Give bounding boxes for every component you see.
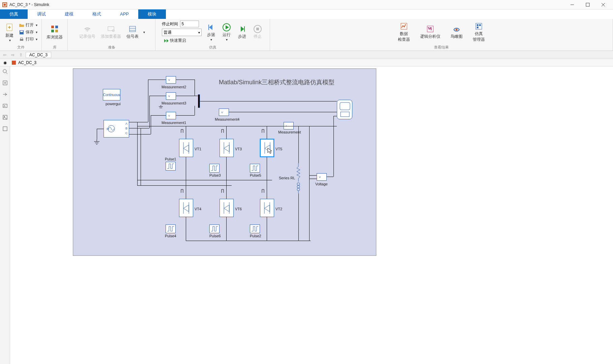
tab-debug[interactable]: 调试 (28, 9, 55, 19)
block-powergui[interactable]: Continuous (103, 89, 120, 100)
label-measurement2: Measurement2 (162, 85, 186, 89)
label-voltage: Voltage (315, 182, 328, 186)
maximize-button[interactable] (580, 0, 595, 9)
logic-analyzer-icon (426, 25, 434, 33)
label-vt2: VT2 (275, 207, 282, 211)
nav-back-button[interactable]: ⇦ (1, 52, 8, 58)
block-measurement3[interactable]: V (166, 92, 176, 100)
label-pulse1: Pulse1 (165, 157, 176, 161)
block-vt4[interactable] (179, 199, 193, 217)
svg-text:A: A (4, 104, 6, 108)
signal-table-button[interactable]: 信号表 (124, 24, 141, 40)
svg-rect-11 (20, 31, 23, 32)
play-icon (223, 23, 231, 31)
block-vt1[interactable] (179, 139, 193, 157)
image-tool-button[interactable] (1, 114, 9, 121)
step-back-button[interactable]: 步退▾ (205, 23, 217, 42)
run-button[interactable]: 运行▾ (221, 23, 233, 42)
label-vt6: VT6 (235, 207, 242, 211)
app-icon (2, 2, 7, 7)
svg-line-37 (6, 72, 7, 74)
svg-rect-15 (51, 30, 54, 32)
svg-rect-20 (129, 26, 136, 32)
block-three-phase-source[interactable]: NABC (104, 120, 129, 138)
block-measurement[interactable]: I (284, 122, 294, 129)
step-forward-button[interactable]: 步进 (236, 24, 248, 40)
save-button[interactable]: 保存▾ (18, 29, 39, 35)
label-pulse3: Pulse3 (209, 173, 221, 177)
wifi-icon (83, 25, 91, 33)
fit-view-button[interactable] (1, 79, 9, 87)
nav-forward-button[interactable]: ⇨ (9, 52, 16, 58)
svg-rect-16 (55, 26, 58, 28)
bird-view-button[interactable]: 鸟瞰图 (448, 24, 465, 40)
label-measurement4: Measurement4 (215, 117, 239, 121)
tab-simulation[interactable]: 仿真 (0, 9, 28, 19)
zoom-tool-button[interactable] (1, 68, 9, 75)
sim-mode-select[interactable]: 普通▾ (162, 29, 202, 36)
gate-stub-icon (220, 128, 226, 133)
block-vt2[interactable] (260, 199, 274, 217)
block-pulse5[interactable] (250, 164, 260, 173)
block-series-rl[interactable] (295, 163, 302, 193)
gate-stub-icon (180, 188, 186, 193)
area-tool-button[interactable] (1, 125, 9, 132)
open-button[interactable]: 打开▾ (18, 22, 39, 28)
tab-format[interactable]: 格式 (83, 9, 111, 19)
block-measurement2[interactable]: V (166, 76, 176, 84)
label-vt1: VT1 (195, 147, 201, 151)
gate-stub-icon (180, 128, 186, 133)
diagram-area[interactable]: Matlab/Simulink三相桥式整流电路仿真模型 Continuous p… (73, 68, 376, 256)
block-pulse2[interactable] (250, 224, 260, 233)
stop-icon (254, 25, 262, 33)
tab-modeling[interactable]: 建模 (55, 9, 83, 19)
prep-expand-button[interactable]: ▾ (142, 30, 146, 34)
block-measurement4[interactable]: V (219, 109, 229, 116)
nav-up-button[interactable]: ⇧ (18, 52, 24, 58)
close-button[interactable] (595, 0, 611, 9)
block-pulse6[interactable] (209, 224, 220, 233)
hide-explorer-button[interactable]: ◉ (2, 60, 8, 66)
new-button[interactable]: 新建▾ (3, 22, 16, 43)
tab-block[interactable]: 模块 (138, 9, 166, 19)
block-ground-2[interactable] (158, 105, 164, 110)
model-icon (11, 60, 16, 65)
breadcrumb-tab[interactable]: AC_DC_3 (26, 52, 51, 58)
block-pulse1[interactable] (166, 162, 176, 171)
ribbon-group-prepare: 记录信号 添加查看器 信号表 ▾ 准备 (68, 19, 155, 51)
block-pulse4[interactable] (166, 224, 176, 233)
label-vt3: VT3 (235, 147, 242, 151)
logic-analyzer-button[interactable]: 逻辑分析仪 (418, 24, 442, 40)
model-name[interactable]: AC_DC_3 (18, 60, 36, 65)
label-measurement1: Measurement1 (162, 121, 186, 125)
svg-rect-43 (3, 127, 7, 131)
tab-app[interactable]: APP (111, 9, 138, 19)
data-inspector-button[interactable]: 数据 检查器 (396, 22, 412, 43)
label-pulse2: Pulse2 (250, 234, 261, 238)
block-voltage[interactable]: V (317, 173, 327, 181)
svg-rect-14 (51, 26, 54, 28)
block-measurement1[interactable]: V (166, 112, 176, 119)
block-pulse3[interactable] (209, 164, 220, 173)
label-pulse5: Pulse5 (250, 173, 261, 177)
library-browser-button[interactable]: 库浏览器 (45, 24, 65, 41)
svg-rect-23 (208, 25, 209, 30)
sim-manager-button[interactable]: 仿真 管理器 (471, 22, 487, 43)
print-button[interactable]: 打印▾ (18, 36, 39, 42)
svg-text:A: A (125, 122, 127, 125)
block-scope[interactable] (337, 100, 352, 119)
canvas[interactable]: Matlab/Simulink三相桥式整流电路仿真模型 Continuous p… (10, 66, 613, 364)
block-ground[interactable] (93, 140, 100, 146)
toggle-perspective-button[interactable] (1, 91, 9, 98)
block-vt3[interactable] (220, 139, 234, 157)
block-vt5[interactable] (260, 139, 274, 157)
svg-rect-35 (12, 61, 16, 65)
stop-time-input[interactable] (180, 21, 199, 27)
annotation-tool-button[interactable]: A (1, 102, 9, 110)
label-vt5: VT5 (275, 147, 282, 151)
fast-restart-button[interactable]: 快速重启 (162, 37, 202, 44)
minimize-button[interactable] (564, 0, 580, 9)
table-icon (128, 25, 137, 33)
block-vt6[interactable] (220, 199, 234, 217)
ribbon-group-label: 文件 (17, 45, 25, 50)
